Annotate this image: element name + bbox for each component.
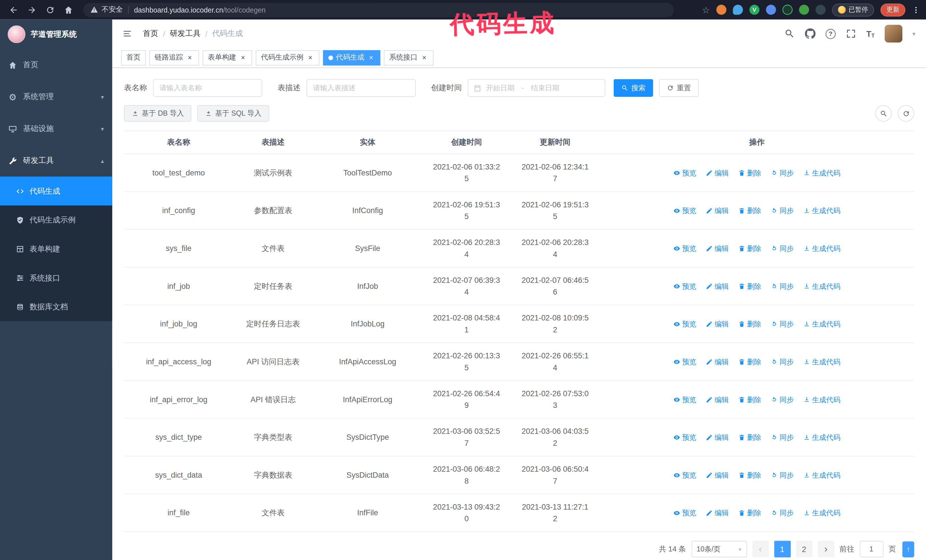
delete-link[interactable]: 删除	[738, 507, 761, 518]
generate-code-link[interactable]: 生成代码	[803, 243, 841, 254]
sidebar-item-form-builder[interactable]: 表单构建	[0, 234, 112, 264]
close-icon[interactable]: ×	[421, 54, 428, 61]
generate-code-link[interactable]: 生成代码	[803, 356, 841, 367]
goto-page-input[interactable]	[859, 541, 883, 557]
sidebar-item-codegen[interactable]: 代码生成	[0, 177, 112, 206]
sync-link[interactable]: 同步	[771, 356, 794, 367]
chevron-down-icon[interactable]: ▾	[912, 30, 915, 37]
close-icon[interactable]: ×	[307, 54, 314, 61]
sidebar-item-dev-tools[interactable]: 研发工具 ▴	[0, 145, 112, 177]
delete-link[interactable]: 删除	[738, 356, 761, 367]
sidebar-item-home[interactable]: 首页	[0, 49, 112, 81]
browser-extension-icon-6[interactable]	[799, 5, 809, 15]
update-button[interactable]: 更新	[881, 3, 905, 16]
close-icon[interactable]: ×	[239, 54, 247, 61]
reload-icon[interactable]	[45, 5, 55, 15]
preview-link[interactable]: 预览	[673, 168, 696, 178]
edit-link[interactable]: 编辑	[706, 470, 729, 480]
edit-link[interactable]: 编辑	[706, 507, 729, 518]
sidebar-item-system-api[interactable]: 系统接口	[0, 263, 112, 292]
edit-link[interactable]: 编辑	[706, 243, 729, 254]
tab-home[interactable]: 首页	[121, 50, 146, 65]
breadcrumb-home[interactable]: 首页	[143, 28, 159, 39]
delete-link[interactable]: 删除	[738, 168, 761, 178]
sync-link[interactable]: 同步	[771, 432, 794, 442]
bookmark-star-icon[interactable]: ☆	[702, 5, 710, 15]
edit-link[interactable]: 编辑	[706, 318, 729, 329]
edit-link[interactable]: 编辑	[706, 394, 729, 405]
delete-link[interactable]: 删除	[738, 318, 761, 329]
refresh-table-button[interactable]	[898, 105, 914, 122]
edit-link[interactable]: 编辑	[706, 356, 729, 367]
github-icon[interactable]	[805, 28, 816, 39]
generate-code-link[interactable]: 生成代码	[803, 432, 841, 442]
sidebar-item-infrastructure[interactable]: 基础设施 ▾	[0, 113, 112, 145]
browser-extension-icon-1[interactable]	[716, 5, 726, 15]
edit-link[interactable]: 编辑	[706, 281, 729, 291]
generate-code-link[interactable]: 生成代码	[803, 470, 841, 480]
sidebar-item-codegen-example[interactable]: 代码生成示例	[0, 205, 112, 234]
prev-page-button[interactable]: ‹	[752, 541, 769, 557]
preview-link[interactable]: 预览	[673, 281, 696, 291]
sync-link[interactable]: 同步	[771, 318, 794, 329]
search-icon[interactable]	[784, 28, 794, 39]
font-size-icon[interactable]: TT	[866, 29, 875, 38]
preview-link[interactable]: 预览	[673, 432, 696, 442]
sync-link[interactable]: 同步	[771, 243, 794, 254]
sync-link[interactable]: 同步	[771, 507, 794, 518]
sync-link[interactable]: 同步	[771, 281, 794, 291]
search-button[interactable]: 搜索	[614, 79, 653, 97]
tab-codegen[interactable]: 代码生成×	[323, 50, 380, 65]
back-to-top-button[interactable]: ↑	[902, 541, 914, 557]
close-icon[interactable]: ×	[367, 54, 375, 61]
app-logo[interactable]: 芋道管理系统	[0, 20, 112, 49]
browser-extension-icon-5[interactable]	[782, 5, 792, 15]
sidebar-item-database-doc[interactable]: 数据库文档	[0, 292, 112, 321]
next-page-button[interactable]: ›	[818, 541, 834, 557]
back-icon[interactable]	[9, 5, 18, 15]
generate-code-link[interactable]: 生成代码	[803, 205, 841, 216]
page-button-1[interactable]: 1	[774, 541, 790, 557]
date-range-picker[interactable]: 开始日期 - 结束日期	[468, 79, 605, 97]
edit-link[interactable]: 编辑	[706, 205, 729, 216]
delete-link[interactable]: 删除	[738, 205, 761, 216]
sync-link[interactable]: 同步	[771, 394, 794, 405]
edit-link[interactable]: 编辑	[706, 432, 729, 442]
preview-link[interactable]: 预览	[673, 470, 696, 480]
tab-trace[interactable]: 链路追踪×	[149, 50, 199, 65]
tab-codegen-example[interactable]: 代码生成示例×	[256, 50, 319, 65]
generate-code-link[interactable]: 生成代码	[803, 281, 841, 291]
address-bar[interactable]: 不安全 dashboard.yudao.iocoder.cn/tool/code…	[83, 3, 674, 17]
preview-link[interactable]: 预览	[673, 356, 696, 367]
import-sql-button[interactable]: 基于 SQL 导入	[197, 105, 269, 122]
user-avatar[interactable]	[885, 25, 902, 42]
page-button-2[interactable]: 2	[796, 541, 812, 557]
preview-link[interactable]: 预览	[673, 318, 696, 329]
close-icon[interactable]: ×	[186, 54, 194, 61]
reset-button[interactable]: 重置	[659, 79, 699, 97]
generate-code-link[interactable]: 生成代码	[803, 168, 841, 178]
delete-link[interactable]: 删除	[738, 432, 761, 442]
generate-code-link[interactable]: 生成代码	[803, 318, 841, 329]
toggle-search-button[interactable]	[875, 105, 892, 122]
page-size-select[interactable]: 10条/页 ▾	[691, 541, 747, 557]
sync-link[interactable]: 同步	[771, 470, 794, 480]
help-icon[interactable]: ?	[825, 29, 835, 39]
browser-extension-icon-4[interactable]	[766, 5, 776, 15]
kebab-menu-icon[interactable]	[912, 5, 920, 15]
preview-link[interactable]: 预览	[673, 243, 696, 254]
generate-code-link[interactable]: 生成代码	[803, 507, 841, 518]
paused-badge[interactable]: 已暂停	[832, 3, 874, 16]
delete-link[interactable]: 删除	[738, 470, 761, 480]
delete-link[interactable]: 删除	[738, 281, 761, 291]
sidebar-item-system-management[interactable]: ⚙ 系统管理 ▾	[0, 81, 112, 113]
tab-system-api[interactable]: 系统接口×	[384, 50, 433, 65]
browser-extension-icon-2[interactable]	[733, 5, 743, 15]
delete-link[interactable]: 删除	[738, 394, 761, 405]
table-desc-input[interactable]	[307, 79, 416, 97]
preview-link[interactable]: 预览	[673, 394, 696, 405]
table-name-input[interactable]	[153, 79, 262, 97]
hamburger-icon[interactable]	[122, 29, 133, 38]
forward-icon[interactable]	[27, 5, 36, 15]
home-icon[interactable]	[64, 5, 73, 15]
